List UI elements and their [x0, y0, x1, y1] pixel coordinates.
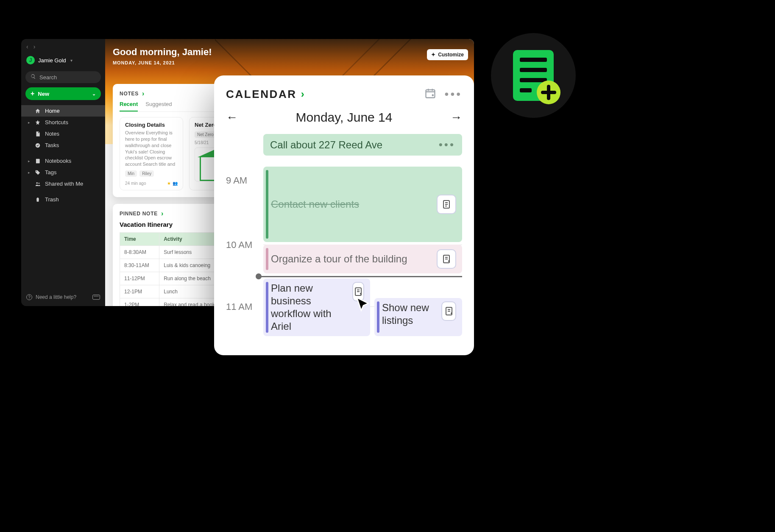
tab-recent[interactable]: Recent — [120, 101, 138, 111]
tag-chip: Min — [125, 170, 137, 177]
sidebar-item-trash[interactable]: Trash — [21, 194, 105, 205]
calendar-widget: CALENDAR › ••• ← Monday, June 14 → Call … — [214, 75, 474, 355]
event-title: Plan new business workflow with Ariel — [271, 282, 349, 333]
event-color-bar — [266, 170, 268, 239]
trash-icon — [35, 197, 41, 203]
svg-point-5 — [432, 95, 433, 96]
search-input[interactable]: Search — [25, 71, 101, 83]
svg-rect-4 — [426, 90, 435, 98]
customize-label: Customize — [438, 52, 464, 58]
table-row: 8-8:30AMSurf lessons — [120, 246, 230, 259]
sidebar-item-notebooks[interactable]: ▸ Notebooks — [21, 155, 105, 167]
sidebar-item-label: Shortcuts — [45, 119, 68, 125]
table-row: 8:30-11AMLuis & kids canoeing — [120, 259, 230, 272]
nav-forward-icon[interactable]: › — [33, 43, 36, 50]
expand-icon: ▸ — [27, 159, 31, 163]
note-card-title: Closing Details — [125, 122, 178, 128]
current-time-dot — [256, 273, 262, 279]
create-note-icon[interactable] — [352, 282, 364, 301]
table-header: Time — [120, 233, 159, 246]
event-title: Call about 227 Reed Ave — [270, 139, 382, 151]
hour-label: 9 AM — [226, 175, 247, 186]
user-menu[interactable]: J Jamie Gold ▾ — [26, 56, 100, 64]
note-card-age: 24 min ago — [125, 181, 146, 186]
help-link[interactable]: ? Need a little help? — [26, 294, 76, 300]
search-icon — [31, 74, 36, 81]
calendar-event[interactable]: Show new listings — [374, 298, 462, 336]
new-button-label: New — [38, 91, 49, 97]
sidebar-item-label: Tasks — [45, 142, 59, 148]
search-placeholder: Search — [39, 74, 57, 81]
greeting-date: MONDAY, JUNE 14, 2021 — [113, 60, 212, 65]
sidebar-item-label: Home — [45, 108, 60, 114]
customize-button[interactable]: ✦ Customize — [427, 49, 468, 60]
tag-icon — [35, 170, 41, 175]
sidebar-item-shortcuts[interactable]: ▸ Shortcuts — [21, 117, 105, 128]
calendar-event[interactable]: Plan new business workflow with Ariel — [263, 279, 370, 336]
svg-point-3 — [39, 182, 40, 184]
svg-point-2 — [36, 182, 38, 184]
calendar-title: CALENDAR — [226, 88, 297, 101]
itinerary-table: Time Activity 8-8:30AMSurf lessons 8:30-… — [120, 232, 230, 306]
chevron-right-icon[interactable]: › — [142, 90, 144, 97]
calendar-event[interactable]: Contact new clients — [263, 167, 462, 242]
sidebar-item-label: Trash — [45, 196, 59, 203]
expand-icon: ▸ — [27, 170, 31, 175]
help-label: Need a little help? — [36, 294, 76, 300]
new-button[interactable]: + New ⌄ — [25, 87, 101, 100]
calendar-icon[interactable] — [424, 87, 436, 101]
sidebar: ‹ › J Jamie Gold ▾ Search + New ⌄ — [21, 39, 105, 306]
table-row: 12-1PMLunch — [120, 285, 230, 298]
next-day-button[interactable]: → — [450, 111, 462, 124]
greeting-title: Good morning, Jamie! — [113, 47, 212, 58]
plus-icon: + — [31, 90, 34, 97]
note-card-preview: Overview Everything is here to prep for … — [125, 130, 178, 167]
sidebar-item-shared[interactable]: Shared with Me — [21, 178, 105, 189]
nav-back-icon[interactable]: ‹ — [26, 43, 28, 50]
help-icon: ? — [26, 294, 32, 300]
notebook-icon — [35, 158, 41, 164]
avatar: J — [26, 56, 35, 64]
hour-label: 11 AM — [226, 301, 252, 312]
open-note-icon[interactable] — [437, 195, 456, 214]
check-circle-icon — [35, 142, 41, 148]
sidebar-item-label: Shared with Me — [45, 181, 83, 187]
event-color-bar — [266, 248, 268, 270]
more-icon[interactable]: ••• — [445, 87, 462, 101]
panel-title: NOTES — [120, 91, 139, 97]
more-icon[interactable]: ••• — [439, 138, 455, 151]
svg-point-1 — [36, 171, 37, 172]
tab-suggested[interactable]: Suggested — [145, 101, 172, 111]
all-day-event[interactable]: Call about 227 Reed Ave ••• — [263, 134, 462, 156]
note-card[interactable]: Closing Details Overview Everything is h… — [120, 117, 183, 190]
note-icon — [35, 131, 41, 137]
sidebar-item-tasks[interactable]: Tasks — [21, 139, 105, 151]
plus-icon — [537, 81, 560, 104]
sidebar-item-label: Notes — [45, 131, 59, 137]
calendar-date: Monday, June 14 — [296, 110, 393, 125]
customize-icon: ✦ — [431, 52, 435, 58]
table-row: 1-2PMRelax and read a book — [120, 298, 230, 306]
pinned-note-title: Vacation Itinerary — [120, 221, 230, 228]
sidebar-item-home[interactable]: Home — [21, 105, 105, 117]
new-note-badge[interactable] — [491, 33, 576, 118]
chevron-right-icon[interactable]: › — [301, 88, 304, 100]
star-icon: ★ — [167, 181, 171, 186]
sidebar-item-label: Tags — [45, 169, 56, 175]
user-name: Jamie Gold — [38, 57, 66, 64]
keyboard-shortcuts-icon[interactable] — [92, 295, 100, 300]
chevron-right-icon[interactable]: › — [161, 210, 163, 217]
shared-icon: 👥 — [173, 181, 178, 186]
tag-chip: Net Zero — [195, 131, 216, 138]
calendar-event[interactable]: Organize a tour of the building — [263, 245, 462, 273]
expand-icon: ▸ — [27, 120, 31, 125]
create-note-icon[interactable] — [441, 301, 456, 321]
sidebar-item-notes[interactable]: Notes — [21, 128, 105, 139]
event-title: Organize a tour of the building — [271, 253, 407, 265]
prev-day-button[interactable]: ← — [226, 111, 238, 124]
svg-point-0 — [36, 143, 40, 148]
sidebar-item-label: Notebooks — [45, 158, 71, 164]
hour-label: 10 AM — [226, 240, 252, 251]
create-note-icon[interactable] — [437, 249, 456, 269]
sidebar-item-tags[interactable]: ▸ Tags — [21, 167, 105, 178]
